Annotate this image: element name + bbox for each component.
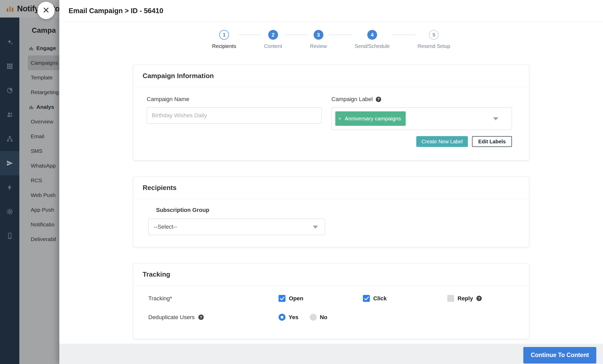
campaign-label-group: Campaign Label × Anniversary campaigns C… [331,96,512,147]
tracking-row-label-text: Tracking* [148,295,172,302]
no-radio[interactable] [310,314,317,321]
campaign-name-group: Campaign Name [147,96,325,147]
step-connector [238,35,262,35]
subscription-group-select[interactable]: --Select-- [148,219,325,235]
step-circle: 5 [429,30,439,40]
card-header: Campaign Information [133,65,529,87]
help-icon[interactable] [476,296,482,301]
select-value: --Select-- [154,224,177,230]
step-circle: 2 [268,30,278,40]
deduplicate-users-row: Deduplicate Users Yes No [148,314,520,321]
yes-label: Yes [289,314,298,321]
step-circle: 1 [219,30,229,40]
step-recipients[interactable]: 1 Recipients [210,30,238,49]
close-button[interactable]: × [37,2,55,19]
step-label: Recipients [212,43,236,49]
stepper: 1 Recipients 2 Content 3 Review 4 Send/S… [59,30,603,49]
campaign-label-label-row: Campaign Label [331,96,512,103]
recipients-card: Recipients Subscription Group --Select-- [133,177,529,247]
yes-radio[interactable] [279,314,286,321]
step-connector [329,35,353,35]
card-header: Recipients [133,177,529,199]
tracking-options-row: Tracking* Open Click Reply [148,295,520,302]
campaign-information-body: Campaign Name Campaign Label × Anniversa… [133,87,529,160]
modal-footer: Continue To Content [59,344,603,364]
close-icon: × [43,4,50,16]
label-tag[interactable]: × Anniversary campaigns [335,111,406,126]
email-campaign-modal: Email Campaign > ID - 56410 1 Recipients… [59,0,603,364]
step-connector [392,35,415,35]
edit-labels-button[interactable]: Edit Labels [472,136,512,147]
recipients-body: Subscription Group --Select-- [133,199,529,247]
help-icon[interactable] [376,97,381,102]
step-label: Send/Schedule [355,43,390,49]
card-title: Tracking [143,270,170,278]
click-checkbox-group[interactable]: Click [363,295,447,302]
create-new-label-button[interactable]: Create New Label [416,136,468,147]
step-circle: 4 [367,30,377,40]
open-label: Open [289,295,303,302]
step-label: Content [264,43,282,49]
click-checkbox[interactable] [363,295,370,302]
open-checkbox[interactable] [279,295,286,302]
tag-remove-icon[interactable]: × [338,116,341,121]
dedup-no-radio-group[interactable]: No [310,314,327,321]
card-title: Recipients [143,184,177,192]
step-label: Resend Setup [418,43,450,49]
modal-body: Campaign Information Campaign Name Campa… [59,65,603,339]
label-actions: Create New Label Edit Labels [331,136,512,147]
step-content[interactable]: 2 Content [262,30,284,49]
modal-title: Email Campaign > ID - 56410 [69,7,163,15]
chevron-down-icon [313,226,318,229]
dedup-yes-radio-group[interactable]: Yes [279,314,298,321]
card-header: Tracking [133,263,529,286]
campaign-name-input[interactable] [147,107,322,124]
step-label: Review [310,43,327,49]
tracking-body: Tracking* Open Click Reply [133,286,529,339]
help-icon[interactable] [198,315,204,320]
no-label: No [320,314,327,321]
campaign-information-card: Campaign Information Campaign Name Campa… [133,65,529,161]
subscription-group-label: Subscription Group [156,207,520,213]
campaign-label-label: Campaign Label [331,96,373,103]
continue-to-content-button[interactable]: Continue To Content [523,347,596,363]
step-circle: 3 [314,30,323,40]
chevron-down-icon [493,117,498,120]
modal-header: Email Campaign > ID - 56410 [59,0,603,22]
step-review[interactable]: 3 Review [308,30,329,49]
tag-label: Anniversary campaigns [345,115,401,122]
screen: NotifyVisitors Campa [0,0,603,364]
click-label: Click [373,295,387,302]
reply-checkbox[interactable] [447,295,454,302]
step-connector [284,35,308,35]
campaign-name-label: Campaign Name [147,96,325,103]
deduplicate-users-label: Deduplicate Users [148,314,195,321]
step-resend-setup[interactable]: 5 Resend Setup [415,30,452,49]
tracking-row-label: Tracking* [148,295,279,302]
reply-checkbox-group[interactable]: Reply [447,295,532,302]
step-send-schedule[interactable]: 4 Send/Schedule [353,30,392,49]
card-title: Campaign Information [143,72,214,80]
open-checkbox-group[interactable]: Open [279,295,363,302]
reply-label: Reply [458,295,473,302]
tracking-card: Tracking Tracking* Open Click [133,263,529,339]
deduplicate-users-label-row: Deduplicate Users [148,314,279,321]
campaign-label-multiselect[interactable]: × Anniversary campaigns [331,107,512,130]
